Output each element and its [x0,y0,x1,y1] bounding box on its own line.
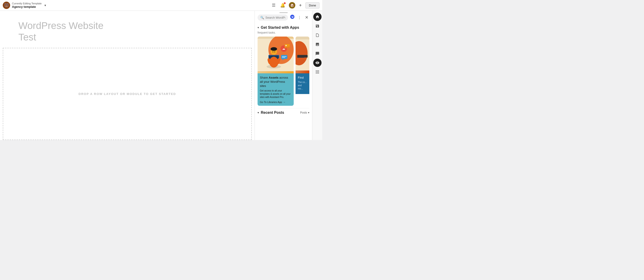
canvas-area: WordPress Website Test DROP A ROW LAYOUT… [0,11,254,140]
page-sidebar-button[interactable] [313,31,322,39]
svg-rect-26 [297,55,308,57]
drop-zone-text: DROP A ROW LAYOUT OR MODULE TO GET START… [78,92,176,96]
editing-label: Currently Editing Template [12,2,42,5]
panel-body: ▾ Get Started with Apps frequent tasks. [255,23,312,140]
svg-point-13 [274,51,275,52]
svg-point-11 [271,47,277,51]
get-started-section-header: ▾ Get Started with Apps [258,23,309,31]
panel-search: 🔍 ⋮ ✕ [255,14,312,23]
page-title-line1: WordPress Website [18,20,236,31]
get-started-subtitle: frequent tasks. [258,31,309,34]
top-bar-left: 🐻 Currently Editing Template Agency temp… [3,1,271,9]
posts-select[interactable]: Posts ▾ [300,111,309,114]
find-card-subtitle: The co... and mo... [298,81,307,90]
get-started-chevron[interactable]: ▾ [258,26,259,29]
find-card-image [296,36,309,73]
search-input-wrap: 🔍 [258,14,288,21]
user-avatar-button[interactable]: 🐶 [289,2,295,8]
cards-row: ☁ [258,36,309,106]
share-assets-card-image: ☁ [258,36,294,73]
svg-rect-16 [281,55,287,59]
find-card[interactable]: Find The co... and mo... [296,36,309,106]
share-assets-card-title: Share Assets across all your WordPress s… [260,76,292,88]
recent-posts-left: ▾ Recent Posts [258,111,284,115]
notification-button[interactable]: 🔔 [279,2,286,9]
search-icon: 🔍 [260,16,264,19]
svg-rect-19 [282,57,285,58]
svg-point-12 [272,51,274,52]
chat-sidebar-button[interactable] [313,49,322,58]
share-assets-card[interactable]: ☁ [258,36,294,106]
save-sidebar-button[interactable] [313,22,322,30]
wordpress-logo-button[interactable] [290,14,295,21]
share-assets-card-content: Share Assets across all your WordPress s… [258,73,294,106]
find-card-title: Find [298,76,307,80]
eye-sidebar-button[interactable] [313,59,322,67]
card-link-arrow: → [283,101,286,103]
search-input[interactable] [266,16,285,19]
top-bar-right: ☰ 🔔 🐶 + Done [271,2,320,9]
template-info: Currently Editing Template Agency templa… [12,2,42,9]
template-dropdown-button[interactable]: ▾ [44,2,47,8]
right-sidebar [312,11,322,140]
recent-posts-chevron[interactable]: ▾ [258,111,259,114]
drop-zone[interactable]: DROP A ROW LAYOUT OR MODULE TO GET START… [3,48,252,140]
recent-posts-title: Recent Posts [261,111,284,115]
avatar: 🐻 [3,1,10,9]
recent-posts-header: ▾ Recent Posts Posts ▾ [258,108,309,116]
done-button[interactable]: Done [306,2,320,8]
main-content: WordPress Website Test DROP A ROW LAYOUT… [0,11,322,140]
page-title: WordPress Website Test [18,20,236,43]
add-button[interactable]: + [298,2,303,9]
page-title-line2: Test [18,31,236,43]
posts-select-label: Posts [300,111,307,114]
image-sidebar-button[interactable] [313,40,322,48]
get-started-title: Get Started with Apps [261,25,299,30]
home-sidebar-button[interactable] [313,13,322,21]
share-assets-card-link[interactable]: Go To Libraries App → [260,101,292,103]
hamburger-button[interactable]: ☰ [271,2,276,9]
find-card-content: Find The co... and mo... [296,73,309,94]
posts-select-chevron: ▾ [308,111,309,114]
template-name: Agency template [12,5,42,9]
side-panel: 🔍 ⋮ ✕ ▾ Get Started with Apps frequent t… [254,11,312,140]
svg-rect-18 [282,56,286,56]
notification-dot [284,2,286,4]
panel-close-button[interactable]: ✕ [304,14,309,21]
card-link-text: Go To Libraries App [260,101,282,103]
page-title-area: WordPress Website Test [0,11,254,48]
panel-more-button[interactable]: ⋮ [297,14,302,21]
panel-handle [255,11,312,14]
share-assets-card-subtitle: Get access to all your templates & asset… [260,89,292,99]
handle-bar [280,12,288,13]
grid-sidebar-button[interactable] [313,68,322,76]
top-bar: 🐻 Currently Editing Template Agency temp… [0,0,322,11]
svg-point-21 [286,45,287,46]
